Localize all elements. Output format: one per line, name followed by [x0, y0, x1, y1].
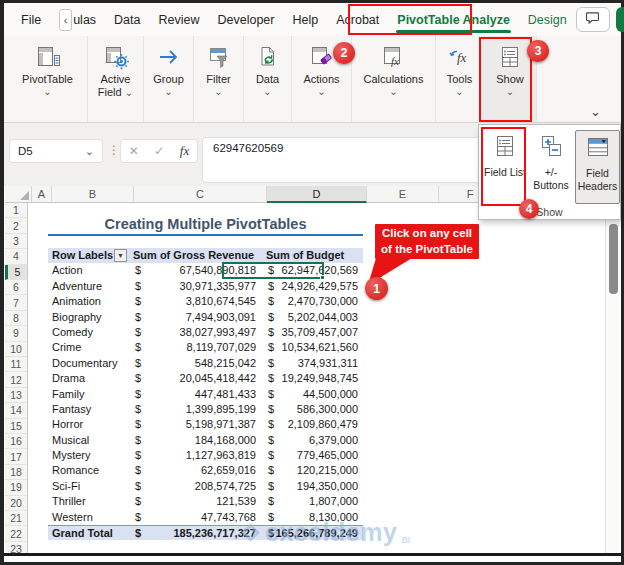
pivot-table[interactable]: Row Labels▼Sum of Gross RevenueSum of Bu…: [48, 248, 363, 540]
vertical-scrollbar[interactable]: [605, 186, 620, 553]
menu-item-buttons[interactable]: +/- Buttons: [529, 130, 573, 204]
row-header-12[interactable]: 12: [5, 372, 28, 387]
table-row[interactable]: Thriller$121,539$1,807,000: [48, 494, 363, 509]
table-row[interactable]: Crime$8,119,707,029$10,534,621,560: [48, 340, 363, 355]
column-header-a[interactable]: A: [32, 186, 52, 203]
insert-function-icon[interactable]: fx: [180, 143, 189, 159]
currency-symbol: $: [268, 433, 274, 448]
formula-bar-grip[interactable]: ⋮: [108, 143, 120, 157]
row-header-7[interactable]: 7: [5, 295, 28, 310]
grand-total-label: Grand Total: [48, 526, 130, 540]
row-header-5[interactable]: 5: [5, 265, 28, 280]
row-header-1[interactable]: 1: [5, 203, 28, 218]
table-row[interactable]: Animation$3,810,674,545$2,470,730,000: [48, 294, 363, 309]
row-header-3[interactable]: 3: [5, 234, 28, 249]
row-header-16[interactable]: 16: [5, 434, 28, 449]
fill-handle[interactable]: [320, 275, 325, 280]
tab-developer[interactable]: Developer: [209, 3, 284, 36]
row-header-17[interactable]: 17: [5, 449, 28, 464]
column-header-e[interactable]: E: [367, 186, 439, 203]
table-row[interactable]: Documentary$548,215,042$374,931,311: [48, 356, 363, 371]
table-row[interactable]: Romance$62,659,016$120,215,000: [48, 463, 363, 478]
currency-symbol: $: [135, 526, 141, 540]
tab-design[interactable]: Design: [519, 3, 576, 36]
selected-cell-outline[interactable]: [222, 262, 324, 279]
select-all-corner[interactable]: [5, 186, 32, 203]
budget-cell: $10,534,621,560: [263, 340, 363, 355]
table-row[interactable]: Family$447,481,433$44,500,000: [48, 387, 363, 402]
row-header-21[interactable]: 21: [5, 511, 28, 526]
ribbon-collapse-chevron-icon[interactable]: ⌄: [590, 104, 601, 119]
row-header-11[interactable]: 11: [5, 357, 28, 372]
cell-value: 8,130,000: [309, 510, 358, 525]
row-header-13[interactable]: 13: [5, 388, 28, 403]
ribbon-button-pivottable[interactable]: PivotTable⌄: [8, 36, 88, 122]
ribbon-button-label: PivotTable: [22, 73, 73, 86]
cancel-icon[interactable]: ✕: [129, 144, 139, 158]
tab-help[interactable]: Help: [283, 3, 327, 36]
table-row[interactable]: Mystery$1,127,963,819$779,465,000: [48, 448, 363, 463]
table-row[interactable]: Adventure$30,971,335,977$24,926,429,575: [48, 279, 363, 294]
row-label-cell: Adventure: [48, 279, 130, 294]
svg-text:fx: fx: [457, 50, 467, 65]
column-header-c[interactable]: C: [134, 186, 267, 203]
vertical-scrollbar-thumb[interactable]: [609, 224, 618, 294]
row-header-2[interactable]: 2: [5, 218, 28, 233]
menu-item-field-headers[interactable]: Field Headers: [575, 130, 620, 204]
comments-button[interactable]: [576, 7, 610, 32]
row-header-14[interactable]: 14: [5, 403, 28, 418]
grand-total-row[interactable]: Grand Total$185,236,717,327$165,266,789,…: [48, 525, 363, 540]
ribbon-button-active-field[interactable]: ActiveField ⌄: [88, 36, 144, 122]
ribbon-button-group[interactable]: Group⌄: [144, 36, 194, 122]
table-row[interactable]: Fantasy$1,399,895,199$586,300,000: [48, 402, 363, 417]
gross-revenue-cell: $548,215,042: [130, 356, 263, 371]
tab-pivottable-analyze[interactable]: PivotTable Analyze: [388, 3, 519, 36]
name-box[interactable]: D5 ⌄: [9, 139, 103, 163]
filter-dropdown-button[interactable]: ▼: [114, 249, 127, 262]
table-row[interactable]: Horror$5,198,971,387$2,109,860,479: [48, 417, 363, 432]
ribbon-button-data[interactable]: Data⌄: [244, 36, 292, 122]
row-header-4[interactable]: 4: [5, 249, 28, 264]
row-header-8[interactable]: 8: [5, 311, 28, 326]
tab-ulas[interactable]: ‹ulas: [50, 3, 105, 36]
tab-label: Developer: [218, 13, 275, 27]
ribbon-button-tools[interactable]: fxTools⌄: [436, 36, 484, 122]
tab-file[interactable]: File: [12, 3, 50, 36]
table-row[interactable]: Comedy$38,027,993,497$35,709,457,007: [48, 325, 363, 340]
tab-review[interactable]: Review: [150, 3, 209, 36]
row-header-20[interactable]: 20: [5, 496, 28, 511]
enter-icon[interactable]: ✓: [154, 144, 164, 158]
row-header-22[interactable]: 22: [5, 526, 28, 541]
currency-symbol: $: [268, 340, 274, 355]
currency-symbol: $: [268, 448, 274, 463]
row-header-15[interactable]: 15: [5, 419, 28, 434]
menu-item-field-list[interactable]: Field List: [484, 130, 526, 204]
tab-acrobat[interactable]: Acrobat: [327, 3, 388, 36]
cell-value: 5,198,971,387: [186, 417, 256, 432]
currency-symbol: $: [268, 526, 274, 540]
ribbon-button-filter[interactable]: Filter⌄: [194, 36, 244, 122]
table-row[interactable]: Drama$20,045,418,442$19,249,948,745: [48, 371, 363, 386]
table-row[interactable]: Sci-Fi$208,574,725$194,350,000: [48, 479, 363, 494]
column-header-b[interactable]: B: [52, 186, 134, 203]
table-row[interactable]: Musical$184,168,000$6,379,000: [48, 433, 363, 448]
row-header-6[interactable]: 6: [5, 280, 28, 295]
table-row[interactable]: Western$47,743,768$8,130,000: [48, 510, 363, 525]
row-header-18[interactable]: 18: [5, 465, 28, 480]
tab-label: Review: [159, 13, 200, 27]
table-row[interactable]: Biography$7,494,903,091$5,202,044,003: [48, 310, 363, 325]
tab-scroll-left-icon[interactable]: ‹: [59, 9, 72, 31]
currency-symbol: $: [268, 387, 274, 402]
tab-data[interactable]: Data: [105, 3, 149, 36]
menu-item-label: Field Headers: [576, 167, 619, 192]
row-label-cell: Western: [48, 510, 130, 525]
column-header-d[interactable]: D: [267, 186, 367, 203]
row-header-19[interactable]: 19: [5, 480, 28, 495]
ribbon-button-calculations[interactable]: fxCalculations⌄: [352, 36, 436, 122]
row-header-10[interactable]: 10: [5, 342, 28, 357]
share-button[interactable]: ⌄: [616, 7, 624, 32]
field-list-icon: [492, 133, 518, 163]
row-header-9[interactable]: 9: [5, 326, 28, 341]
budget-cell: $586,300,000: [263, 402, 363, 417]
pivot-header-row-labels: Row Labels▼: [48, 248, 130, 263]
